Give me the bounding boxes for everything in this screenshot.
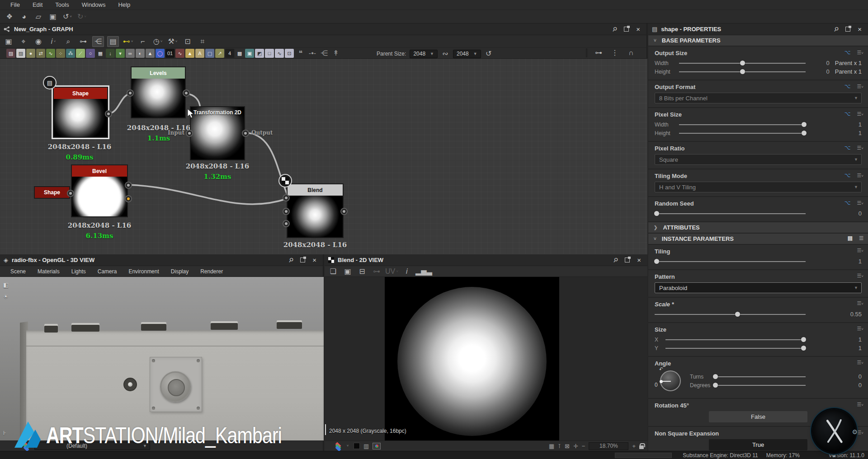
pin-icon[interactable]: ⚲ [832,25,840,33]
node-transformation-output-connector[interactable] [243,131,248,136]
zoom-level-field[interactable]: 18.70% [589,442,628,450]
tiling-mode-dropdown[interactable]: H and V Tiling▼ [655,182,862,192]
info-icon[interactable]: 𝑖˅ [47,36,59,47]
export-image-icon[interactable]: ❏ [327,266,339,277]
menu-item-file[interactable]: File [5,1,26,8]
graph-canvas[interactable]: Shape ▤ 2048x2048 - L16 0.89ms Levels 20… [0,59,647,254]
blur-node-icon[interactable]: ● [26,49,35,58]
undo-icon[interactable]: ↺˅ [61,11,73,22]
view-3d-menu-renderer[interactable]: Renderer [195,268,228,275]
link-parent-icon[interactable]: ⌥ [844,145,851,151]
lock-icon[interactable] [639,445,644,449]
node-levels-output-connector[interactable] [184,90,189,96]
node-shape-output-connector[interactable] [106,111,111,117]
close-icon[interactable]: × [636,27,640,32]
fit-view-icon[interactable]: ⌖ [18,36,29,47]
shape-extrude-node-icon[interactable]: ↗ [215,49,224,58]
link-parent-icon[interactable]: ⌥ [844,172,851,178]
param-menu-icon[interactable]: ☰˅ [857,84,863,89]
histogram-icon[interactable]: ▂▅▃ [415,266,432,277]
preset-icon[interactable]: ▤ [848,235,853,241]
new-substance-icon[interactable]: ❖ [4,11,15,22]
node-bevel-output-connector[interactable] [126,183,131,188]
gradient-tool-icon[interactable]: ◩ [255,49,264,58]
node-blend-mask-connector[interactable] [283,221,289,226]
screenshot-icon[interactable]: ◉ [33,36,44,47]
spray-node-icon[interactable]: ▾ [116,49,125,58]
display-filter-icon[interactable] [373,443,381,450]
param-menu-icon[interactable]: ☰ [859,235,863,241]
output-format-dropdown[interactable]: 8 Bits per Channel▼ [655,93,862,103]
hsl-node-icon[interactable]: ◯ [156,49,165,58]
bitmap-node-icon[interactable]: ▨ [6,49,15,58]
link-parent-icon[interactable]: ⌥ [844,200,851,206]
chevron-down-icon[interactable]: ˅ [345,440,350,451]
node-blend-background-connector[interactable] [283,209,289,214]
view-3d-menu-environment[interactable]: Environment [123,268,164,275]
viewport-3d[interactable]: ◧ ☀ ⊦ [0,277,324,440]
camera-icon[interactable]: ◧ [3,281,9,288]
parent-size-height-dropdown[interactable]: 2048▼ [453,50,481,58]
curve-tool-icon[interactable]: ∿ [275,49,284,58]
view-3d-menu-display[interactable]: Display [166,268,193,275]
scatter-node-icon[interactable]: ⁂ [66,49,75,58]
node-blend[interactable]: Blend [287,183,344,238]
param-menu-icon[interactable]: ☰˅ [857,300,863,306]
node-transformation-input-connector[interactable] [187,131,192,136]
turns-slider[interactable] [714,376,806,377]
random-seed-slider[interactable] [655,213,806,214]
rotation-45-toggle[interactable]: False [709,411,807,422]
non-square-expansion-toggle[interactable]: True [709,439,807,450]
menu-item-edit[interactable]: Edit [27,1,48,8]
canvas-2d[interactable]: 2048 x 2048 (Grayscale, 16bpc) [325,277,647,440]
node-blend-foreground-connector[interactable] [283,195,289,201]
pin-icon[interactable]: ⚲ [611,25,618,33]
width-slider[interactable] [679,63,806,64]
preset-dropdown[interactable]: (Default)▼ [34,442,150,450]
link-parent-icon[interactable]: ⌥ [844,111,851,117]
degrees-slider[interactable] [714,385,806,386]
tools-icon[interactable]: ⚒˅ [167,36,179,47]
layers-icon[interactable] [335,442,342,450]
node-levels[interactable]: Levels [131,66,186,118]
mirror-node-icon[interactable]: ▲ [185,49,194,58]
magnet-snap-icon[interactable]: ∩ [625,47,637,58]
link-dots-node-icon[interactable]: ∞ [126,49,135,58]
pin-icon[interactable]: ⚲ [287,256,295,264]
background-swatch[interactable] [354,443,360,449]
light-icon[interactable]: ☀ [3,293,9,300]
scale-slider[interactable] [655,314,806,315]
pixel-ratio-dropdown[interactable]: Square▼ [655,154,862,165]
size-x-slider[interactable] [665,339,806,340]
redo-icon[interactable]: ↻˅ [76,11,88,22]
param-menu-icon[interactable]: ☰˅ [857,111,863,117]
size-y-slider[interactable] [665,348,806,349]
node-transformation-2d[interactable]: Transformation 2D [190,106,245,160]
param-menu-icon[interactable]: ☰˅ [857,248,863,253]
view-3d-menu-materials[interactable]: Materials [33,268,65,275]
info-icon[interactable]: 𝑖 [401,266,413,277]
node-shape-collapsed[interactable]: Shape [34,186,70,199]
node-levels-input-connector[interactable] [127,90,133,96]
height-slider[interactable] [679,71,806,72]
node-bevel-input-connector[interactable] [68,191,73,196]
param-menu-icon[interactable]: ☰˅ [857,200,863,206]
close-icon[interactable]: × [858,27,862,32]
pyramid-node-icon[interactable]: ▲ [146,49,155,58]
view-3d-menu-scene[interactable]: Scene [5,268,31,275]
snap-grid-icon[interactable]: ⌗ [197,36,208,47]
param-menu-icon[interactable]: ☰˅ [857,273,863,279]
pin-post-icon[interactable]: ↟ [330,48,342,59]
link-size-icon[interactable]: ∾ [441,48,449,59]
gradient-ramp-node-icon[interactable]: ⟋ [76,49,85,58]
param-menu-icon[interactable]: ☰˅ [857,402,863,407]
normal-sphere-node-icon[interactable]: ◐ [136,49,145,58]
frame-node-icon[interactable]: ⋲ [318,48,330,59]
menu-item-tools[interactable]: Tools [49,1,75,8]
node-selector-icon[interactable]: ⋲ [92,36,104,47]
pattern-node-icon[interactable]: ▩ [235,49,244,58]
view-3d-menu-camera[interactable]: Camera [93,268,122,275]
spline-node-icon[interactable]: ∿ [175,49,184,58]
uv-dropdown[interactable]: UV˅ [385,266,398,277]
save-icon[interactable]: ▣ [47,11,59,22]
